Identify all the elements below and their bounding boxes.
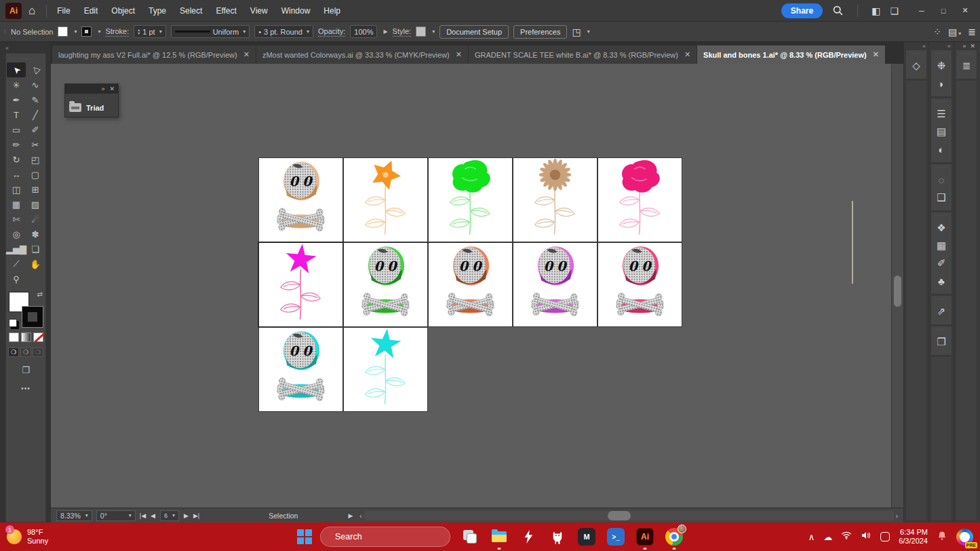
close-button[interactable]: ✕ <box>956 3 975 18</box>
ollama-llama-icon[interactable] <box>549 528 566 546</box>
menu-type[interactable]: Type <box>142 3 172 18</box>
scroll-right-icon[interactable]: › <box>896 512 899 520</box>
next-artboard-button[interactable]: ▶ <box>184 512 189 519</box>
panel-expand-icon[interactable]: » <box>101 86 104 92</box>
menu-effect[interactable]: Effect <box>210 3 242 18</box>
illustrator-logo-icon[interactable]: Ai <box>5 3 22 19</box>
document-tab-3[interactable]: GRADENT SCALE TEE white B.ai* @ 8.33 % (… <box>469 45 697 64</box>
first-artboard-button[interactable]: |◀ <box>140 512 146 519</box>
opacity-field[interactable]: 100% <box>350 25 377 38</box>
artboard-7-skull[interactable]: 0 0 <box>344 243 427 326</box>
toolbar-collapse-icon[interactable]: « <box>5 45 9 52</box>
brush-value[interactable]: 3 pt. Round <box>264 28 302 36</box>
perspective-grid-tool[interactable]: ⊞ <box>26 182 45 197</box>
document-tab-1[interactable]: laughting my ass V2 Full.ai* @ 12.5 % (R… <box>52 45 256 64</box>
chevron-down-icon[interactable]: ▾ <box>587 28 590 35</box>
magic-wand-tool[interactable]: ✳ <box>7 77 26 92</box>
menu-window[interactable]: Window <box>275 3 317 18</box>
scissors-tool[interactable]: ✂ <box>26 137 45 152</box>
artboard-tool[interactable]: ❏ <box>26 242 45 256</box>
panel-expand-icon[interactable]: » <box>962 43 966 49</box>
share-button[interactable]: Share <box>781 3 823 18</box>
status-mode-label[interactable]: Selection <box>269 512 298 520</box>
canvas[interactable]: » ✕ ····· Triad 0 0 <box>51 64 903 508</box>
artboard-10-skull[interactable]: 0 0 <box>598 243 682 326</box>
transparency-panel-icon[interactable]: ◐ <box>932 140 951 158</box>
eyedropper-tool[interactable]: ☄ <box>26 212 45 227</box>
graphic-styles-panel-icon[interactable]: ❑ <box>932 189 951 206</box>
brush-definition-dropdown[interactable]: • 3 pt. Round ▾ <box>254 25 313 38</box>
gradient-panel-icon[interactable]: ◗ <box>932 75 951 92</box>
gradient-tool[interactable]: ▨ <box>26 197 45 212</box>
select-similar-icon[interactable]: ◳ <box>572 26 581 37</box>
horizontal-scrollbar-thumb[interactable] <box>608 511 631 520</box>
zoom-level-value[interactable]: 8.33% <box>60 512 81 520</box>
rotate-tool[interactable]: ↻ <box>7 152 26 167</box>
scroll-left-icon[interactable]: ‹ <box>359 512 362 520</box>
chrome-icon[interactable] <box>665 528 683 546</box>
rectangle-tool[interactable]: ▭ <box>7 122 26 137</box>
library-name[interactable]: Triad <box>86 104 104 112</box>
symbol-sprayer-tool[interactable]: ✽ <box>26 227 45 242</box>
fill-color-swatch[interactable] <box>58 26 68 37</box>
weather-widget[interactable]: 1 98°F Sunny <box>7 528 136 546</box>
panel-close-icon[interactable]: ✕ <box>109 86 115 92</box>
style-swatch[interactable] <box>416 26 426 37</box>
search-icon[interactable] <box>832 5 844 16</box>
chevron-down-icon[interactable]: ▾ <box>74 28 77 35</box>
minimize-button[interactable]: ─ <box>912 3 931 18</box>
stepper-icon[interactable]: ▴▾ <box>138 28 140 35</box>
file-explorer-icon[interactable] <box>490 528 508 546</box>
artboards-panel-icon[interactable]: ▦ <box>932 237 951 254</box>
hidden-icons-chevron[interactable]: ∧ <box>808 532 815 542</box>
menu-view[interactable]: View <box>244 3 274 18</box>
layers-panel-icon[interactable]: ❖ <box>932 219 951 237</box>
chevron-down-icon[interactable]: ▾ <box>85 512 88 518</box>
direct-selection-tool[interactable]: ▷ <box>26 62 45 77</box>
stroke-panel-icon[interactable]: ☰ <box>932 105 951 123</box>
vertical-scrollbar[interactable] <box>891 64 903 508</box>
opacity-label[interactable]: Opacity: <box>318 27 345 37</box>
artboard-11-skull[interactable]: 0 0 <box>259 328 342 411</box>
blend-tool[interactable]: ◎ <box>7 227 26 242</box>
dark-m-app-icon[interactable]: M <box>578 528 595 546</box>
home-icon[interactable]: ⌂ <box>28 4 35 18</box>
artboard-1-skull[interactable]: 0 0 <box>259 158 342 242</box>
symbols-panel-icon[interactable]: ♣ <box>932 272 951 290</box>
shaper-tool[interactable]: ✏ <box>7 137 26 152</box>
opacity-value[interactable]: 100% <box>354 28 373 36</box>
search-input[interactable] <box>335 532 444 542</box>
document-tab-4[interactable]: Skull and bones 1.ai* @ 8.33 % (RGB/Prev… <box>697 45 885 64</box>
tab-close-icon[interactable]: ✕ <box>684 50 690 59</box>
taskbar-search[interactable] <box>320 527 450 547</box>
brushes-panel-icon[interactable]: ✐ <box>932 254 951 272</box>
artboard-3-flower[interactable] <box>429 158 512 242</box>
tab-close-icon[interactable]: ✕ <box>243 50 250 59</box>
library-folder-icon[interactable] <box>69 103 81 112</box>
width-tool[interactable]: ↔ <box>7 167 26 182</box>
menu-help[interactable]: Help <box>317 3 347 18</box>
type-tool[interactable]: T <box>7 107 26 122</box>
knife-tool[interactable]: ✄ <box>7 212 26 227</box>
pathfinder-panel-icon[interactable]: ❐ <box>932 333 951 351</box>
artboard-12-flower[interactable] <box>344 328 427 411</box>
chevron-down-icon[interactable]: ▾ <box>432 28 435 35</box>
artboard-2-flower[interactable] <box>344 158 427 242</box>
horizontal-scrollbar[interactable]: ‹ › <box>359 510 898 521</box>
edit-toolbar-icon[interactable]: ••• <box>21 385 31 392</box>
arrange-documents-icon[interactable]: ◧ <box>871 5 880 16</box>
menu-select[interactable]: Select <box>174 3 208 18</box>
shape-builder-tool[interactable]: ◫ <box>7 182 26 197</box>
width-profile-value[interactable]: Uniform <box>213 28 239 36</box>
tab-close-icon[interactable]: ✕ <box>873 50 879 59</box>
selection-tool[interactable]: ➤ <box>7 62 26 77</box>
chevron-down-icon[interactable]: ▾ <box>98 28 100 35</box>
chevron-down-icon[interactable]: ▾ <box>159 28 162 35</box>
lasso-tool[interactable]: ∿ <box>26 77 45 92</box>
illustrator-icon[interactable]: Ai <box>636 528 654 546</box>
artboard-5-flower[interactable] <box>598 158 682 242</box>
copilot-icon[interactable]: PRE <box>956 529 973 546</box>
draw-behind-mode[interactable]: ❍ <box>20 347 31 357</box>
artboard-8-skull[interactable]: 0 0 <box>429 243 512 326</box>
maximize-button[interactable]: □ <box>934 3 953 18</box>
